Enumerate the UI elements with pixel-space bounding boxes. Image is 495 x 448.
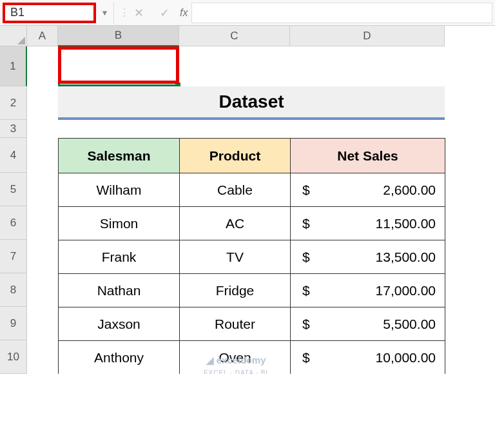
table-row: NathanFridge$17,000.00 xyxy=(59,274,445,307)
table-row: FrankTV$13,500.00 xyxy=(59,240,445,274)
cell-salesman[interactable]: Jaxson xyxy=(59,307,180,341)
cell-product[interactable]: Router xyxy=(180,307,291,341)
cell-product[interactable]: TV xyxy=(180,240,291,274)
cell-product[interactable]: Fridge xyxy=(180,274,291,307)
spreadsheet-grid: 1 2 3 4 5 6 7 8 9 10 A B C D Dataset xyxy=(0,26,495,374)
column-headers: A B C D xyxy=(27,26,495,46)
cell-salesman[interactable]: Frank xyxy=(59,240,180,274)
row-header-3[interactable]: 3 xyxy=(0,120,27,138)
cell-salesman[interactable]: Simon xyxy=(59,207,180,240)
row-header-9[interactable]: 9 xyxy=(0,307,27,340)
dataset-title-cell[interactable]: Dataset xyxy=(58,86,445,120)
header-salesman[interactable]: Salesman xyxy=(59,139,180,173)
active-cell-B1[interactable] xyxy=(58,46,179,86)
col-header-A[interactable]: A xyxy=(27,26,58,46)
cell-product[interactable]: AC xyxy=(180,207,291,240)
row-header-1[interactable]: 1 xyxy=(0,46,27,86)
table-header-row: Salesman Product Net Sales xyxy=(59,139,445,173)
table-row: WilhamCable$2,600.00 xyxy=(59,173,445,207)
cell-netsales[interactable]: $5,500.00 xyxy=(291,307,445,341)
data-table: Salesman Product Net Sales WilhamCable$2… xyxy=(58,138,445,374)
cell-product[interactable]: Cable xyxy=(180,173,291,207)
watermark-tagline: EXCEL · DATA · BI xyxy=(204,369,268,374)
table-row: JaxsonRouter$5,500.00 xyxy=(59,307,445,341)
row-header-7[interactable]: 7 xyxy=(0,240,27,273)
row-header-8[interactable]: 8 xyxy=(0,273,27,307)
watermark-brand: exceldemy xyxy=(217,355,266,365)
cell-netsales[interactable]: $11,500.00 xyxy=(291,207,445,240)
col-header-D[interactable]: D xyxy=(290,26,445,46)
name-box-dropdown[interactable]: ▼ xyxy=(96,3,114,23)
row-header-5[interactable]: 5 xyxy=(0,173,27,206)
fx-icon[interactable]: fx xyxy=(180,7,188,19)
row-header-2[interactable]: 2 xyxy=(0,86,27,120)
col-header-B[interactable]: B xyxy=(58,26,179,46)
header-netsales[interactable]: Net Sales xyxy=(291,139,445,173)
cell-netsales[interactable]: $2,600.00 xyxy=(291,173,445,207)
cell-netsales[interactable]: $17,000.00 xyxy=(291,274,445,307)
row-headers: 1 2 3 4 5 6 7 8 9 10 xyxy=(0,46,27,374)
row-header-6[interactable]: 6 xyxy=(0,206,27,240)
cell-salesman[interactable]: Wilham xyxy=(59,173,180,207)
formula-input[interactable] xyxy=(191,3,492,23)
separator: ⋮ xyxy=(119,6,126,19)
cell-salesman[interactable]: Nathan xyxy=(59,274,180,307)
watermark: ◢ exceldemy EXCEL · DATA · BI xyxy=(27,355,445,374)
col-header-C[interactable]: C xyxy=(179,26,290,46)
header-product[interactable]: Product xyxy=(180,139,291,173)
cell-netsales[interactable]: $13,500.00 xyxy=(291,240,445,274)
watermark-logo-icon: ◢ xyxy=(206,355,217,365)
select-all-corner[interactable] xyxy=(0,26,27,46)
row-header-4[interactable]: 4 xyxy=(0,138,27,173)
enter-icon[interactable]: ✓ xyxy=(151,3,177,23)
cancel-icon[interactable]: ✕ xyxy=(126,3,151,23)
formula-bar: B1 ▼ ⋮ ✕ ✓ fx xyxy=(0,0,495,26)
row-header-10[interactable]: 10 xyxy=(0,340,27,374)
name-box[interactable]: B1 xyxy=(3,3,96,23)
table-row: SimonAC$11,500.00 xyxy=(59,207,445,240)
